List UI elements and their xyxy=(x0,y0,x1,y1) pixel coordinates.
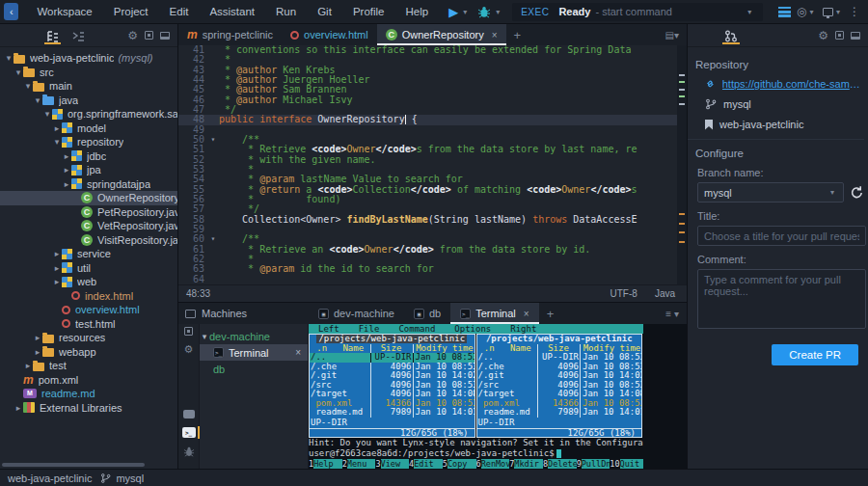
tree-item-readme-md[interactable]: Mreadme.md xyxy=(0,387,177,401)
mc-file-row[interactable]: /target4096Jan 10 14:08 xyxy=(477,390,642,399)
mc-menu-left[interactable]: Left xyxy=(309,324,349,334)
panel-menu-icon[interactable]: ≡ ▾ xyxy=(658,309,687,319)
tree-item-webapp[interactable]: ▸webapp xyxy=(0,345,177,360)
mc-panel-right[interactable]: /projects/web-java-petclinic.n NameSizeM… xyxy=(476,334,643,438)
command-selector[interactable]: EXEC Ready - start command ▾ xyxy=(512,3,763,21)
pr-collapse-icon[interactable] xyxy=(851,32,860,40)
tree-item-overview-html[interactable]: overview.html xyxy=(0,303,177,317)
mc-file-row[interactable]: pom.xml14366Jan 10 08:53 xyxy=(477,399,642,409)
chevron-right-icon[interactable]: ▸ xyxy=(23,361,33,370)
target-dropdown-icon[interactable]: ▾ xyxy=(810,8,814,16)
mc-file-row[interactable]: /.che4096Jan 10 08:53 xyxy=(477,363,642,372)
mc-file-row[interactable]: /..UP--DIRJan 10 08:53 xyxy=(477,353,642,363)
tree-item-pom-xml[interactable]: mpom.xml xyxy=(0,373,177,388)
machine-row-db[interactable]: db xyxy=(200,361,308,377)
tree-item-jdbc[interactable]: ▸jdbc xyxy=(0,149,177,164)
command-dropdown-icon[interactable]: ▾ xyxy=(747,8,751,16)
tree-item-petrepository-java[interactable]: CPetRepository.java xyxy=(0,205,177,220)
tree-item-web[interactable]: ▸web xyxy=(0,275,177,289)
machine-row-terminal[interactable]: >_Terminal× xyxy=(200,344,308,361)
chevron-right-icon[interactable]: ▸ xyxy=(52,277,62,286)
machine-row-dev-machine[interactable]: ▾dev-machine xyxy=(200,328,308,344)
editor-tab-menu-icon[interactable]: ▤▾ xyxy=(658,30,687,40)
tree-item-test-html[interactable]: test.html xyxy=(0,317,177,332)
menu-item-git[interactable]: Git xyxy=(307,6,342,17)
tree-item-external-libraries[interactable]: ▸External Libraries xyxy=(0,401,177,416)
close-terminal-icon[interactable]: × xyxy=(295,347,308,358)
overview-ruler[interactable] xyxy=(677,45,687,284)
tree-item-org-springframework-samples[interactable]: ▾org.springframework.samples xyxy=(0,107,177,122)
chevron-down-icon[interactable]: ▾ xyxy=(42,109,52,119)
tab-project-explorer[interactable] xyxy=(44,27,61,44)
shell-prompt[interactable]: user@f2663cae8a6d:/projects/web-java-pet… xyxy=(309,448,643,459)
explorer-settings-icon[interactable]: ⚙ xyxy=(127,30,138,41)
mc-file-row[interactable]: /..UP--DIRJan 10 08:53 xyxy=(310,353,475,363)
mc-file-row[interactable]: /.git4096Jan 10 14:02 xyxy=(477,371,642,381)
tab-ownerrepository[interactable]: COwnerRepository× xyxy=(377,24,506,45)
chevron-down-icon[interactable]: ▾ xyxy=(52,137,62,147)
explorer-horizontal-scrollbar[interactable] xyxy=(2,463,145,467)
tree-item-main[interactable]: ▾main xyxy=(0,79,177,94)
expand-icon[interactable] xyxy=(184,327,193,336)
mc-file-row[interactable]: /.git4096Jan 10 14:02 xyxy=(310,371,475,381)
tree-item-jpa[interactable]: ▸jpa xyxy=(0,163,177,177)
mc-file-row[interactable]: /src4096Jan 10 08:53 xyxy=(310,381,475,391)
tree-item-ownerrepository-java[interactable]: COwnerRepository.java xyxy=(0,191,177,205)
menu-item-assistant[interactable]: Assistant xyxy=(199,6,265,17)
tab-pull-request[interactable] xyxy=(722,26,740,44)
chevron-right-icon[interactable]: ▸ xyxy=(52,263,62,273)
branch-select[interactable]: mysql ▾ xyxy=(697,182,844,202)
preview-monitor-icon[interactable] xyxy=(823,8,833,16)
debug-strip-icon[interactable] xyxy=(183,446,195,457)
tree-item-resources[interactable]: ▸resources xyxy=(0,331,177,345)
scroll-to-source-icon[interactable] xyxy=(145,31,153,40)
tab-terminal[interactable]: >_Terminal× xyxy=(450,303,538,324)
tree-item-test[interactable]: ▸test xyxy=(0,359,177,373)
navigation-back-button[interactable]: ‹ xyxy=(4,3,18,20)
mc-file-row[interactable]: pom.xml14366Jan 10 08:53 xyxy=(310,399,475,409)
menu-item-run[interactable]: Run xyxy=(265,6,307,17)
mc-file-row[interactable]: /.che4096Jan 10 08:53 xyxy=(310,363,475,372)
tree-item-service[interactable]: ▸service xyxy=(0,247,177,261)
mc-file-row[interactable]: readme.md7989Jan 10 14:01 xyxy=(310,408,475,418)
code-editor[interactable]: 41 * conventions so this interface can e… xyxy=(178,45,687,284)
tab-db[interactable]: ▣db xyxy=(404,303,450,324)
chevron-down-icon[interactable]: ▾ xyxy=(33,95,42,105)
debug-dropdown-icon[interactable]: ▾ xyxy=(496,8,500,16)
processes-list-icon[interactable] xyxy=(778,7,791,17)
comment-icon[interactable] xyxy=(183,410,195,418)
chevron-down-icon[interactable]: ▾ xyxy=(200,332,209,341)
chevron-right-icon[interactable]: ▸ xyxy=(52,123,62,133)
mc-menu-file[interactable]: File xyxy=(349,324,390,334)
chevron-right-icon[interactable]: ▸ xyxy=(33,347,42,357)
create-pr-button[interactable]: Create PR xyxy=(772,344,858,365)
preview-dropdown-icon[interactable]: ▾ xyxy=(836,8,840,16)
chevron-down-icon[interactable]: ▾ xyxy=(4,53,14,63)
chevron-right-icon[interactable]: ▸ xyxy=(62,151,71,161)
terminal[interactable]: LeftFileCommandOptionsRight /projects/we… xyxy=(309,324,687,469)
tree-item-vetrepository-java[interactable]: CVetRepository.java xyxy=(0,219,177,233)
chevron-right-icon[interactable]: ▸ xyxy=(62,179,71,189)
tree-item-index-html[interactable]: index.html xyxy=(0,289,177,304)
chevron-right-icon[interactable]: ▸ xyxy=(62,165,71,175)
menu-item-edit[interactable]: Edit xyxy=(159,6,200,17)
chevron-right-icon[interactable]: ▸ xyxy=(33,333,42,342)
mc-menu-command[interactable]: Command xyxy=(389,324,445,334)
fold-marker-icon[interactable]: ▾ xyxy=(207,135,219,145)
mc-panel-left[interactable]: /projects/web-java-petclinic.n NameSizeM… xyxy=(309,334,475,438)
menu-item-project[interactable]: Project xyxy=(103,6,159,17)
menu-item-workspace[interactable]: Workspace xyxy=(26,6,102,17)
tab-spring-petclinic[interactable]: mspring-petclinic xyxy=(178,24,282,45)
tree-item-web-java-petclinic[interactable]: ▾web-java-petclinic(mysql) xyxy=(0,51,177,66)
processes-settings-icon[interactable]: ⚙ xyxy=(184,344,194,355)
chevron-down-icon[interactable]: ▾ xyxy=(14,68,23,77)
mc-file-row[interactable]: /src4096Jan 10 08:53 xyxy=(477,381,642,391)
more-options-icon[interactable]: ⋮ xyxy=(849,5,860,18)
tree-item-springdatajpa[interactable]: ▸springdatajpa xyxy=(0,177,177,192)
menu-item-help[interactable]: Help xyxy=(394,6,439,17)
repository-url-row[interactable]: https://github.com/che-samples/... xyxy=(705,78,864,90)
new-terminal-icon[interactable]: + xyxy=(539,307,562,321)
mc-menu-options[interactable]: Options xyxy=(445,324,501,334)
refresh-icon[interactable] xyxy=(850,185,864,200)
run-icon[interactable]: ▶ xyxy=(448,5,458,19)
